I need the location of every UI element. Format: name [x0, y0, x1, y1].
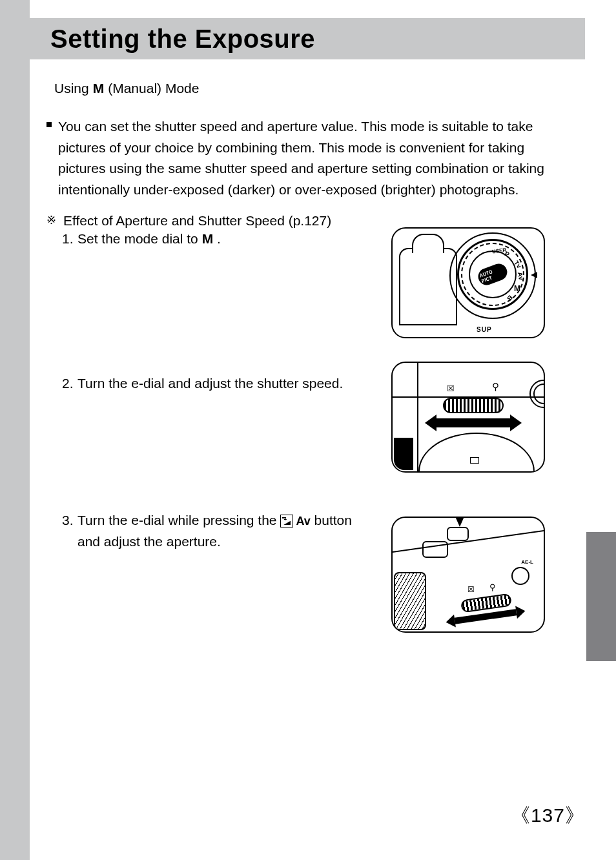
- camera-prism-top: [412, 234, 444, 253]
- lens-mount-arc: [418, 433, 535, 473]
- bullet-text: You can set the shutter speed and apertu…: [58, 116, 563, 200]
- ael-label: AE-L: [521, 559, 533, 565]
- dial-label-m: M: [514, 284, 520, 293]
- magnifier-mark-icon: ⚲: [489, 582, 496, 592]
- camera-prism-outline: [399, 248, 457, 325]
- magnifier-mark-icon: ⚲: [492, 381, 499, 393]
- reference-mark-icon: ※: [46, 210, 58, 232]
- page-bracket-right: 》: [565, 804, 585, 826]
- step-number: 2.: [62, 373, 77, 394]
- camera-grip-texture: [394, 572, 426, 630]
- chapter-thumb-tab: [586, 532, 616, 661]
- step-text: Turn the e-dial and adjust the shutter s…: [77, 373, 372, 394]
- section-title-bar: Setting the Exposure: [30, 18, 585, 59]
- step1-text-a: Set the mode dial to: [77, 231, 202, 246]
- e-dial: [460, 593, 512, 613]
- square-bullet-icon: [46, 116, 53, 200]
- sup-label: SUP: [477, 326, 492, 333]
- step3-text-a: Turn the e-dial while pressing the: [77, 513, 280, 527]
- e-dial: [443, 398, 504, 413]
- subsection-heading: Using M (Manual) Mode: [54, 81, 199, 96]
- bullet-item: You can set the shutter speed and apertu…: [46, 116, 563, 200]
- lens-index-triangle-icon: [470, 457, 479, 464]
- exposure-comp-av-button-icon: + Av: [280, 513, 310, 531]
- av-label: Av: [296, 513, 310, 531]
- page-number: 《137》: [511, 803, 585, 829]
- step-text: Set the mode dial to M .: [77, 229, 372, 250]
- body-text-block: You can set the shutter speed and apertu…: [46, 116, 563, 242]
- subhead-suffix: (Manual) Mode: [108, 81, 199, 96]
- camera-grip-fill: [394, 438, 413, 470]
- section-title: Setting the Exposure: [50, 25, 315, 54]
- step-number: 1.: [62, 229, 77, 250]
- camera-top-plate: [393, 363, 544, 398]
- step-2: 2. Turn the e-dial and adjust the shutte…: [62, 373, 372, 394]
- step-text: Turn the e-dial while pressing the + Av …: [77, 510, 372, 552]
- illustration-av-plus-edial: AE-L ☒ ⚲: [391, 517, 545, 633]
- page-bracket-left: 《: [511, 804, 531, 826]
- double-arrow-icon: [435, 418, 511, 427]
- press-down-arrow-icon: [455, 517, 465, 527]
- dial-index-pointer-icon: [531, 270, 541, 280]
- step-3: 3. Turn the e-dial while pressing the + …: [62, 510, 372, 552]
- viewfinder-outline: [422, 541, 448, 558]
- illustration-e-dial: ☒ ⚲: [391, 362, 545, 473]
- step-1: 1. Set the mode dial to M .: [62, 229, 372, 250]
- ev-comp-mark-icon: ☒: [467, 585, 475, 594]
- step-number: 3.: [62, 510, 77, 552]
- ael-button-outline: [511, 567, 529, 585]
- left-margin-bar: [0, 0, 30, 860]
- mode-glyph-m: M: [93, 81, 105, 96]
- mode-dial: AUTO PICT USER P Tv Av M B: [457, 239, 528, 310]
- mode-glyph-m-inline: M: [202, 231, 214, 246]
- av-button-outline: [447, 527, 469, 541]
- illustration-mode-dial: SUP AUTO PICT USER P Tv Av M B: [391, 227, 545, 338]
- step1-text-b: .: [213, 231, 221, 246]
- exposure-comp-icon: +: [280, 515, 293, 527]
- page-number-value: 137: [531, 804, 565, 826]
- double-arrow-icon: [455, 609, 517, 624]
- dial-label-av: Av: [517, 271, 525, 280]
- subhead-prefix: Using: [54, 81, 89, 96]
- ev-comp-mark-icon: ☒: [447, 384, 455, 393]
